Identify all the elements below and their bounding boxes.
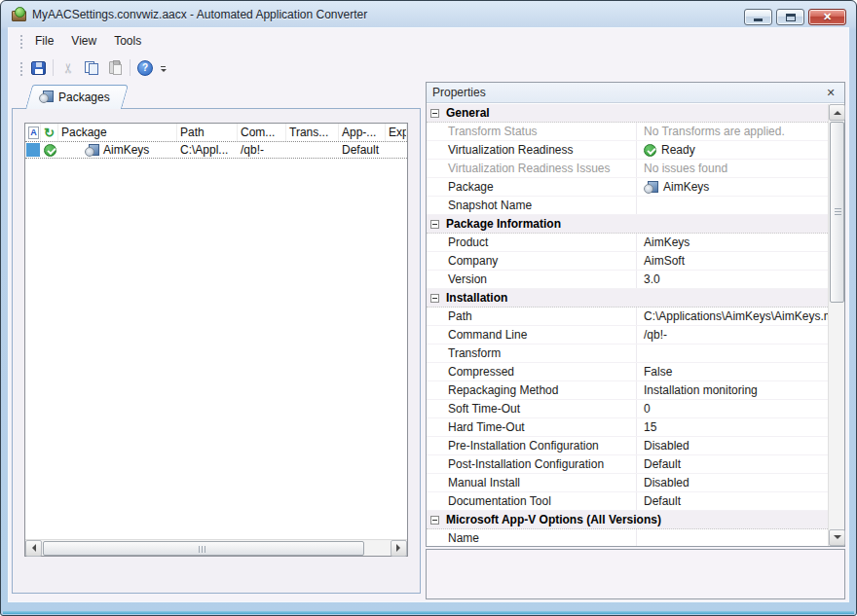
property-row[interactable]: Virtualization Readiness IssuesNo issues… xyxy=(427,160,828,178)
property-row[interactable]: CompanyAimSoft xyxy=(427,252,828,271)
collapse-icon[interactable] xyxy=(430,220,439,229)
vertical-scrollbar[interactable] xyxy=(828,104,844,546)
property-value[interactable]: AimSoft xyxy=(637,252,828,270)
properties-title: Properties xyxy=(432,86,823,99)
paste-icon xyxy=(109,61,121,74)
collapse-icon[interactable] xyxy=(430,294,439,303)
vertical-scrollbar-thumb[interactable] xyxy=(830,122,844,303)
property-row[interactable]: Command Line/qb!- xyxy=(427,326,828,344)
menu-grip[interactable] xyxy=(19,33,22,49)
column-header-expa-[interactable]: Expa... xyxy=(386,124,407,141)
property-value[interactable]: /qb!- xyxy=(637,326,828,344)
column-header-refresh-icon[interactable] xyxy=(41,124,58,141)
property-value[interactable]: Default xyxy=(637,455,828,473)
property-row[interactable]: Repackaging MethodInstallation monitorin… xyxy=(427,381,828,400)
row-selection-cell xyxy=(25,142,41,158)
property-row[interactable]: Virtualization ReadinessReady xyxy=(427,141,828,160)
property-value-text: Disabled xyxy=(644,439,689,453)
help-button[interactable] xyxy=(133,56,157,79)
property-value-text: AimKeys xyxy=(663,180,709,194)
property-group-header[interactable]: Installation xyxy=(427,289,828,308)
scroll-down-button[interactable] xyxy=(829,529,845,546)
close-button[interactable]: ✕ xyxy=(808,9,846,25)
menu-file[interactable]: File xyxy=(26,30,62,52)
paste-button[interactable] xyxy=(103,56,127,79)
toolbar-grip[interactable] xyxy=(19,60,22,76)
property-row[interactable]: Name xyxy=(427,529,828,546)
property-row[interactable]: Transform StatusNo Transforms are applie… xyxy=(427,123,828,141)
table-row[interactable]: AimKeysC:\Appl.../qb!-Default xyxy=(25,142,407,159)
column-header-app-[interactable]: App-... xyxy=(339,124,386,141)
property-row[interactable]: Snapshot Name xyxy=(427,197,828,215)
menu-view[interactable]: View xyxy=(62,30,105,52)
property-value[interactable] xyxy=(637,344,828,362)
column-header-path[interactable]: Path xyxy=(177,124,238,141)
scroll-left-button[interactable] xyxy=(25,540,42,557)
menu-tools[interactable]: Tools xyxy=(105,30,150,52)
column-header-package[interactable]: Package xyxy=(58,124,177,141)
property-value[interactable]: C:\Applications\AimKeys\AimKeys.m xyxy=(637,308,828,325)
column-header-trans-[interactable]: Trans... xyxy=(286,124,339,141)
collapse-icon[interactable] xyxy=(430,109,439,118)
property-value[interactable]: 3.0 xyxy=(637,271,828,288)
property-group-header[interactable]: General xyxy=(427,104,828,123)
save-button[interactable] xyxy=(26,56,50,79)
property-value[interactable]: Installation monitoring xyxy=(637,381,828,399)
copy-button[interactable] xyxy=(80,56,103,79)
property-row[interactable]: Hard Time-Out15 xyxy=(427,418,828,437)
panel-close-icon[interactable] xyxy=(823,85,838,100)
property-value[interactable]: Default xyxy=(637,492,828,510)
property-value[interactable]: False xyxy=(637,363,828,380)
property-value[interactable]: AimKeys xyxy=(637,234,828,251)
property-row[interactable]: Documentation ToolDefault xyxy=(427,492,828,511)
arrow-left-icon xyxy=(28,544,36,552)
property-value[interactable]: AimKeys xyxy=(637,178,828,196)
property-row[interactable]: ProductAimKeys xyxy=(427,234,828,252)
attribute-a-icon xyxy=(28,127,39,139)
property-value[interactable] xyxy=(637,529,828,546)
column-header-com-[interactable]: Com... xyxy=(238,124,286,141)
horizontal-scrollbar[interactable] xyxy=(25,539,407,556)
scroll-right-button[interactable] xyxy=(391,540,407,557)
property-row[interactable]: PackageAimKeys xyxy=(427,178,828,197)
property-row[interactable]: Transform xyxy=(427,344,828,363)
property-value[interactable] xyxy=(637,197,828,214)
property-group-header[interactable]: Microsoft App-V Options (All Versions) xyxy=(427,511,828,529)
minimize-button[interactable] xyxy=(744,9,772,25)
property-description-box xyxy=(426,549,845,599)
property-row[interactable]: PathC:\Applications\AimKeys\AimKeys.m xyxy=(427,308,828,326)
maximize-button[interactable] xyxy=(776,9,804,25)
property-grid: GeneralTransform StatusNo Transforms are… xyxy=(427,104,828,546)
property-value[interactable]: 15 xyxy=(637,418,828,436)
property-name: Name xyxy=(427,529,637,546)
property-row[interactable]: Pre-Installation ConfigurationDisabled xyxy=(427,437,828,455)
toolbar-overflow-button[interactable] xyxy=(158,56,168,79)
app-window: MyAACSettings.convwiz.aacx - Automated A… xyxy=(0,0,857,616)
property-value[interactable]: Disabled xyxy=(637,474,828,491)
property-row[interactable]: Manual InstallDisabled xyxy=(427,474,828,492)
property-value[interactable]: Ready xyxy=(637,141,828,159)
table-header-row: PackagePathCom...Trans...App-...Expa... xyxy=(25,124,407,142)
property-value[interactable]: Disabled xyxy=(637,437,828,454)
property-value[interactable]: No Transforms are applied. xyxy=(637,123,828,140)
package-icon xyxy=(644,181,658,194)
property-row[interactable]: Post-Installation ConfigurationDefault xyxy=(427,455,828,474)
property-group-label: Microsoft App-V Options (All Versions) xyxy=(446,513,661,526)
property-value[interactable]: 0 xyxy=(637,400,828,417)
scroll-up-button[interactable] xyxy=(829,104,845,121)
maximize-icon xyxy=(786,14,796,21)
cut-button[interactable] xyxy=(56,56,80,79)
property-row[interactable]: CompressedFalse xyxy=(427,363,828,381)
package-name-wrap: AimKeys xyxy=(85,143,149,157)
column-header-attribute-a-icon[interactable] xyxy=(25,124,41,141)
property-value[interactable]: No issues found xyxy=(637,160,828,177)
property-name: Package xyxy=(427,178,637,196)
property-group-header[interactable]: Package Information xyxy=(427,215,828,234)
horizontal-scrollbar-thumb[interactable] xyxy=(43,541,364,556)
collapse-icon[interactable] xyxy=(430,516,439,525)
property-row[interactable]: Version3.0 xyxy=(427,271,828,289)
close-icon: ✕ xyxy=(823,12,832,22)
property-row[interactable]: Soft Time-Out0 xyxy=(427,400,828,418)
tab-packages[interactable]: Packages xyxy=(25,85,122,109)
property-name: Soft Time-Out xyxy=(427,400,637,417)
